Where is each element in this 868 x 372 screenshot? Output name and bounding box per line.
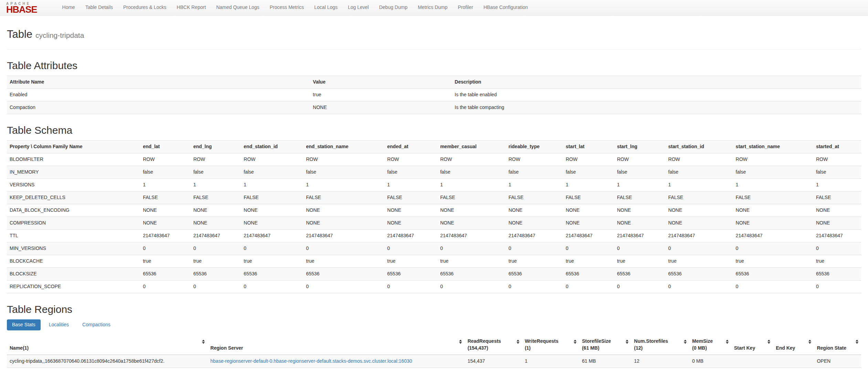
schema-property-value: 2147483647	[191, 229, 241, 242]
sort-up-arrow	[768, 340, 770, 341]
schema-property-value: NONE	[384, 217, 437, 229]
schema-property-row-keep-deleted-cells: KEEP_DELETED_CELLSFALSEFALSEFALSEFALSEFA…	[7, 191, 861, 204]
nav-item-procedures-locks[interactable]: Procedures & Locks	[118, 4, 171, 11]
schema-property-value: NONE	[506, 217, 563, 229]
hbase-logo[interactable]: APACHE HBASE	[6, 2, 37, 14]
schema-property-value: FALSE	[384, 191, 437, 204]
sort-icon	[808, 340, 811, 344]
sort-icon	[684, 340, 687, 344]
sort-down-arrow	[726, 342, 729, 344]
regions-column-header-region-server[interactable]: Region Server	[208, 335, 465, 355]
schema-property-value: 2147483647	[437, 229, 506, 242]
schema-property-value: 2147483647	[563, 229, 614, 242]
regions-column-header-start-key[interactable]: Start Key	[731, 335, 773, 355]
schema-property-value: 65536	[666, 267, 733, 280]
schema-property-value: 0	[241, 280, 303, 293]
sort-icon	[202, 340, 205, 344]
schema-property-value: true	[241, 255, 303, 267]
nav-item-profiler[interactable]: Profiler	[453, 4, 478, 11]
nav-item-metrics-dump[interactable]: Metrics Dump	[413, 4, 453, 11]
nav-item-hbck-report[interactable]: HBCK Report	[171, 4, 211, 11]
schema-property-value: 1	[563, 179, 614, 192]
regions-column-label: Start Key	[734, 345, 764, 352]
schema-property-value: true	[666, 255, 733, 267]
regions-column-header-end-key[interactable]: End Key	[773, 335, 814, 355]
schema-property-value: 0	[813, 242, 861, 255]
schema-property-value: FALSE	[437, 191, 506, 204]
nav-item-named-queue-logs[interactable]: Named Queue Logs	[211, 4, 264, 11]
schema-property-row-versions: VERSIONS111111111111	[7, 179, 861, 192]
schema-family-header-end-lng: end_lng	[191, 141, 241, 153]
attributes-column-header-value: Value	[310, 76, 452, 89]
regions-column-header-name-1[interactable]: Name(1)	[7, 335, 208, 355]
schema-property-value: NONE	[813, 204, 861, 217]
table-attributes-heading: Table Attributes	[7, 60, 861, 71]
schema-property-value: 0	[241, 242, 303, 255]
schema-property-value: NONE	[191, 217, 241, 229]
region-region-state-cell: OPEN	[814, 355, 861, 368]
nav-item-table-details[interactable]: Table Details	[80, 4, 118, 11]
attributes-column-header-description: Description	[452, 76, 861, 89]
schema-property-value: 65536	[140, 267, 190, 280]
nav-item-hbase-configuration[interactable]: HBase Configuration	[478, 4, 533, 11]
schema-property-value: 0	[563, 242, 614, 255]
schema-property-value: FALSE	[241, 191, 303, 204]
sort-icon	[856, 340, 858, 344]
nav-item-home[interactable]: Home	[57, 4, 80, 11]
sort-up-arrow	[574, 340, 576, 341]
regions-column-count: (1)	[525, 345, 570, 352]
schema-property-value: 1	[437, 179, 506, 192]
regions-column-label: End Key	[776, 345, 805, 352]
schema-property-value: FALSE	[303, 191, 384, 204]
schema-property-value: FALSE	[614, 191, 666, 204]
regions-column-header-memsize[interactable]: MemSize(0 MB)	[689, 335, 731, 355]
regions-column-header-writerequests[interactable]: WriteRequests(1)	[522, 335, 579, 355]
nav-item-process-metrics[interactable]: Process Metrics	[264, 4, 309, 11]
sort-down-arrow	[517, 342, 519, 344]
schema-property-value: false	[241, 166, 303, 179]
page-title: Tablecycling-tripdata	[7, 29, 861, 40]
sort-icon	[726, 340, 729, 344]
nav-item-log-level[interactable]: Log Level	[343, 4, 374, 11]
sort-down-arrow	[459, 342, 462, 344]
nav-item-local-logs[interactable]: Local Logs	[309, 4, 343, 11]
schema-property-value: ROW	[303, 153, 384, 166]
attribute-cell: Is the table compacting	[452, 101, 861, 114]
schema-family-header-end-station-name: end_station_name	[303, 141, 384, 153]
schema-property-name: DATA_BLOCK_ENCODING	[7, 204, 140, 217]
region-server-link[interactable]: hbase-regionserver-default-0.hbase-regio…	[210, 358, 412, 364]
region-num-storefiles-cell: 12	[631, 355, 689, 368]
tab-base-stats[interactable]: Base Stats	[7, 319, 41, 330]
regions-column-header-num-storefiles[interactable]: Num.Storefiles(12)	[631, 335, 689, 355]
schema-property-row-bloomfilter: BLOOMFILTERROWROWROWROWROWROWROWROWROWRO…	[7, 153, 861, 166]
sort-icon	[768, 340, 770, 344]
schema-property-value: false	[666, 166, 733, 179]
schema-property-value: true	[191, 255, 241, 267]
schema-property-value: ROW	[241, 153, 303, 166]
schema-property-value: false	[506, 166, 563, 179]
sort-up-arrow	[684, 340, 687, 341]
sort-down-arrow	[808, 342, 811, 344]
schema-property-value: 2147483647	[384, 229, 437, 242]
region-end-key-cell	[773, 355, 814, 368]
schema-property-value: false	[813, 166, 861, 179]
tab-compactions[interactable]: Compactions	[77, 319, 116, 330]
regions-column-label: StorefileSize	[582, 338, 622, 345]
schema-property-value: 1	[733, 179, 813, 192]
schema-property-value: FALSE	[733, 191, 813, 204]
nav-items: HomeTable DetailsProcedures & LocksHBCK …	[57, 4, 533, 11]
schema-property-value: ROW	[733, 153, 813, 166]
tab-localities[interactable]: Localities	[44, 319, 74, 330]
sort-up-arrow	[517, 340, 519, 341]
schema-property-row-compression: COMPRESSIONNONENONENONENONENONENONENONEN…	[7, 217, 861, 229]
nav-item-debug-dump[interactable]: Debug Dump	[374, 4, 413, 11]
regions-column-header-storefilesize[interactable]: StorefileSize(61 MB)	[579, 335, 631, 355]
region-write-requests-cell: 1	[522, 355, 579, 368]
schema-property-value: NONE	[666, 204, 733, 217]
attribute-cell: Compaction	[7, 101, 310, 114]
region-name-cell: cycling-tripdata,,1663687070640.06131c80…	[7, 355, 208, 368]
schema-property-value: 0	[140, 280, 190, 293]
schema-property-value: 65536	[733, 267, 813, 280]
regions-column-header-readrequests[interactable]: ReadRequests(154,437)	[465, 335, 522, 355]
regions-column-header-region-state[interactable]: Region State	[814, 335, 861, 355]
